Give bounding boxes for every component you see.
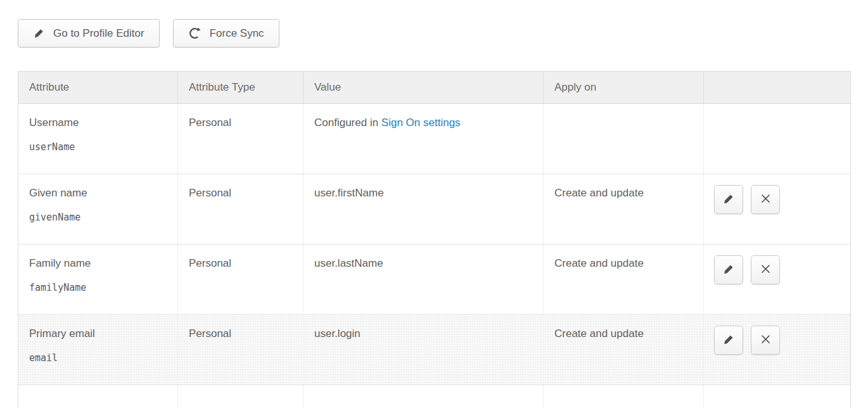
table-row: UsernameuserNamePersonalConfigured in Si… (18, 104, 851, 174)
header-attribute: Attribute (18, 72, 178, 104)
empty-cell (704, 385, 851, 408)
header-attribute-type: Attribute Type (178, 72, 303, 104)
attribute-type-cell: Personal (178, 104, 303, 174)
go-to-profile-editor-label: Go to Profile Editor (53, 27, 144, 40)
pencil-icon (722, 333, 735, 348)
edit-attribute-button[interactable] (714, 185, 743, 214)
force-sync-button[interactable]: Force Sync (173, 19, 279, 48)
force-sync-label: Force Sync (210, 27, 264, 40)
table-row (18, 385, 851, 408)
header-actions (704, 72, 851, 104)
header-value: Value (303, 72, 544, 104)
actions-cell (704, 104, 851, 174)
actions-cell (704, 315, 851, 385)
attribute-variable-name: familyName (29, 282, 171, 293)
toolbar: Go to Profile Editor Force Sync (18, 19, 851, 48)
attribute-variable-name: givenName (29, 212, 171, 223)
value-prefix-text: Configured in (314, 117, 381, 129)
actions-cell (704, 245, 851, 315)
attribute-type-cell: Personal (178, 315, 303, 385)
empty-cell (18, 385, 178, 408)
empty-cell (303, 385, 544, 408)
apply-on-cell: Create and update (544, 315, 704, 385)
attribute-mapping-table: Attribute Attribute Type Value Apply on … (18, 71, 851, 408)
apply-on-cell: Create and update (544, 245, 704, 315)
sync-icon (188, 27, 201, 40)
delete-attribute-button[interactable] (751, 185, 780, 214)
apply-on-cell: Create and update (544, 174, 704, 245)
pencil-icon (722, 263, 735, 277)
attribute-cell: Given namegivenName (18, 174, 178, 245)
delete-attribute-button[interactable] (751, 326, 780, 355)
table-header: Attribute Attribute Type Value Apply on (18, 72, 851, 104)
value-cell: user.lastName (303, 245, 544, 315)
value-cell: Configured in Sign On settings (303, 104, 544, 174)
attribute-cell: Family namefamilyName (18, 245, 178, 315)
edit-attribute-button[interactable] (714, 255, 743, 284)
attribute-display-name: Family name (29, 257, 171, 270)
actions-cell (704, 174, 851, 245)
table-body: UsernameuserNamePersonalConfigured in Si… (18, 104, 851, 408)
value-cell: user.firstName (303, 174, 544, 245)
close-icon (760, 333, 772, 347)
pencil-icon (722, 193, 735, 207)
table-row: Family namefamilyNamePersonaluser.lastNa… (18, 245, 851, 315)
attribute-display-name: Primary email (29, 328, 171, 340)
attribute-variable-name: userName (29, 141, 171, 153)
edit-attribute-button[interactable] (714, 326, 743, 355)
empty-cell (544, 385, 704, 408)
attribute-type-cell: Personal (178, 245, 303, 315)
page: Go to Profile Editor Force Sync Attribut… (0, 0, 868, 408)
table-row: Primary emailemailPersonaluser.loginCrea… (18, 315, 851, 385)
attribute-cell: UsernameuserName (18, 104, 178, 174)
value-cell: user.login (303, 315, 544, 385)
pencil-icon (33, 27, 45, 39)
close-icon (760, 193, 772, 207)
apply-on-cell (544, 104, 704, 174)
empty-cell (178, 385, 303, 408)
attribute-display-name: Given name (29, 187, 171, 200)
delete-attribute-button[interactable] (751, 255, 780, 284)
go-to-profile-editor-button[interactable]: Go to Profile Editor (18, 19, 160, 48)
sign-on-settings-link[interactable]: Sign On settings (381, 117, 461, 129)
attribute-variable-name: email (29, 352, 171, 364)
header-apply-on: Apply on (544, 72, 704, 104)
attribute-type-cell: Personal (178, 174, 303, 245)
attribute-display-name: Username (29, 117, 171, 129)
table-row: Given namegivenNamePersonaluser.firstNam… (18, 174, 851, 245)
attribute-cell: Primary emailemail (18, 315, 178, 385)
close-icon (760, 263, 772, 277)
